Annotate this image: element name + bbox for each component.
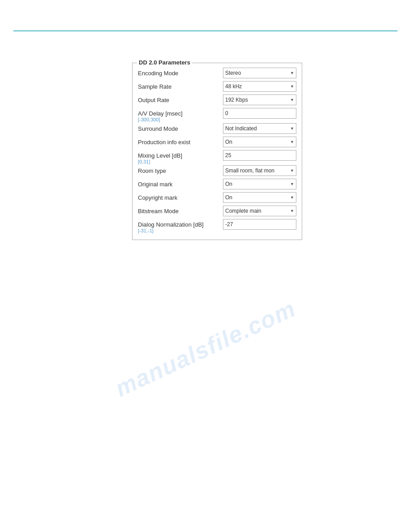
value-production-info[interactable]: OnOff [223, 137, 296, 147]
select-bitstream-mode[interactable]: Complete mainMusic and effectsVisually i… [223, 206, 296, 216]
panel-container: DD 2.0 Parameters Encoding ModeStereoDua… [132, 63, 302, 240]
select-wrapper-surround-mode: Not IndicatedOnOff [223, 123, 296, 134]
label-surround-mode: Surround Mode [138, 123, 223, 132]
select-sample-rate[interactable]: 48 kHz44.1 kHz32 kHz [223, 81, 296, 92]
value-output-rate[interactable]: 192 Kbps128 Kbps256 Kbps384 Kbps448 Kbps [223, 94, 296, 105]
select-copyright-mark[interactable]: OnOff [223, 192, 296, 203]
panel-title: DD 2.0 Parameters [137, 59, 192, 66]
select-encoding-mode[interactable]: StereoDual MonoMonoSurround [223, 68, 296, 78]
value-dialog-norm[interactable] [223, 219, 296, 230]
value-av-delay[interactable] [223, 108, 296, 119]
row-output-rate: Output Rate192 Kbps128 Kbps256 Kbps384 K… [138, 94, 296, 107]
label-bitstream-mode: Bitstream Mode [138, 206, 223, 215]
select-output-rate[interactable]: 192 Kbps128 Kbps256 Kbps384 Kbps448 Kbps [223, 94, 296, 105]
select-wrapper-output-rate: 192 Kbps128 Kbps256 Kbps384 Kbps448 Kbps [223, 94, 296, 105]
select-wrapper-original-mark: OnOff [223, 179, 296, 189]
label-av-delay: A/V Delay [msec][-300,300] [138, 108, 223, 122]
label-mixing-level: Mixing Level [dB][0,31] [138, 150, 223, 164]
input-mixing-level[interactable] [223, 150, 296, 161]
select-wrapper-production-info: OnOff [223, 137, 296, 147]
dd-parameters-panel: DD 2.0 Parameters Encoding ModeStereoDua… [132, 63, 302, 240]
select-room-type[interactable]: Small room, flat monLarge roomNot indica… [223, 165, 296, 176]
label-output-rate: Output Rate [138, 94, 223, 103]
select-wrapper-bitstream-mode: Complete mainMusic and effectsVisually i… [223, 206, 296, 216]
value-mixing-level[interactable] [223, 150, 296, 161]
value-original-mark[interactable]: OnOff [223, 179, 296, 189]
label-room-type: Room type [138, 165, 223, 174]
row-sample-rate: Sample Rate48 kHz44.1 kHz32 kHz [138, 81, 296, 94]
label-sample-rate: Sample Rate [138, 81, 223, 90]
select-surround-mode[interactable]: Not IndicatedOnOff [223, 123, 296, 134]
value-room-type[interactable]: Small room, flat monLarge roomNot indica… [223, 165, 296, 176]
select-wrapper-sample-rate: 48 kHz44.1 kHz32 kHz [223, 81, 296, 92]
row-production-info: Production info existOnOff [138, 137, 296, 149]
select-wrapper-copyright-mark: OnOff [223, 192, 296, 203]
row-copyright-mark: Copyright markOnOff [138, 192, 296, 205]
label-original-mark: Original mark [138, 179, 223, 188]
input-dialog-norm[interactable] [223, 219, 296, 230]
value-sample-rate[interactable]: 48 kHz44.1 kHz32 kHz [223, 81, 296, 92]
value-encoding-mode[interactable]: StereoDual MonoMonoSurround [223, 68, 296, 78]
watermark: manualsfile.com [111, 295, 300, 402]
row-mixing-level: Mixing Level [dB][0,31] [138, 150, 296, 164]
row-original-mark: Original markOnOff [138, 179, 296, 191]
sub-label-av-delay: [-300,300] [138, 117, 223, 122]
sub-label-dialog-norm: [-31,-1] [138, 228, 223, 233]
row-room-type: Room typeSmall room, flat monLarge roomN… [138, 165, 296, 178]
select-wrapper-room-type: Small room, flat monLarge roomNot indica… [223, 165, 296, 176]
value-copyright-mark[interactable]: OnOff [223, 192, 296, 203]
label-dialog-norm: Dialog Normalization [dB][-31,-1] [138, 219, 223, 233]
label-encoding-mode: Encoding Mode [138, 68, 223, 77]
row-bitstream-mode: Bitstream ModeComplete mainMusic and eff… [138, 206, 296, 218]
top-border [13, 30, 398, 31]
select-original-mark[interactable]: OnOff [223, 179, 296, 189]
label-copyright-mark: Copyright mark [138, 192, 223, 201]
value-bitstream-mode[interactable]: Complete mainMusic and effectsVisually i… [223, 206, 296, 216]
row-surround-mode: Surround ModeNot IndicatedOnOff [138, 123, 296, 136]
row-encoding-mode: Encoding ModeStereoDual MonoMonoSurround [138, 68, 296, 80]
input-av-delay[interactable] [223, 108, 296, 119]
row-dialog-norm: Dialog Normalization [dB][-31,-1] [138, 219, 296, 233]
value-surround-mode[interactable]: Not IndicatedOnOff [223, 123, 296, 134]
sub-label-mixing-level: [0,31] [138, 159, 223, 164]
select-production-info[interactable]: OnOff [223, 137, 296, 147]
select-wrapper-encoding-mode: StereoDual MonoMonoSurround [223, 68, 296, 78]
row-av-delay: A/V Delay [msec][-300,300] [138, 108, 296, 122]
label-production-info: Production info exist [138, 137, 223, 146]
